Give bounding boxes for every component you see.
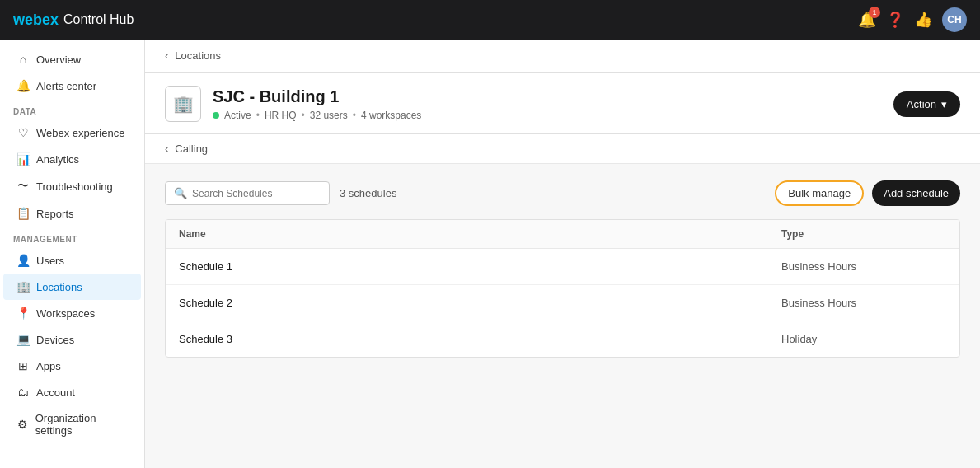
main-layout: ⌂ Overview 🔔 Alerts center DATA ♡ Webex … <box>0 40 980 468</box>
home-icon: ⌂ <box>16 53 30 66</box>
logo-product: Control Hub <box>63 12 134 27</box>
action-button-label: Action <box>907 98 936 110</box>
workspaces-icon: 📍 <box>16 307 30 320</box>
locations-breadcrumb: ‹ Locations <box>145 40 980 73</box>
table-header: Name Type <box>166 220 959 249</box>
bulk-manage-button[interactable]: Bulk manage <box>775 180 864 206</box>
building-workspaces: 4 workspaces <box>361 110 421 121</box>
logo-area: webex Control Hub <box>13 12 134 29</box>
building-name: SJC - Building 1 <box>213 87 421 106</box>
sidebar-label-locations: Locations <box>36 281 82 293</box>
building-meta: Active • HR HQ • 32 users • 4 workspaces <box>213 110 421 121</box>
col-header-name: Name <box>179 228 781 240</box>
sidebar-item-webex-experience[interactable]: ♡ Webex experience <box>3 119 141 146</box>
apps-icon: ⊞ <box>16 359 30 372</box>
action-button[interactable]: Action ▾ <box>893 91 960 117</box>
row-schedule-type: Holiday <box>781 333 946 345</box>
sidebar-item-troubleshooting[interactable]: 〜 Troubleshooting <box>3 172 141 200</box>
schedule-table: Name Type Schedule 1 Business Hours Sche… <box>165 219 960 358</box>
table-row[interactable]: Schedule 2 Business Hours <box>166 285 959 321</box>
sidebar-label-users: Users <box>36 255 64 267</box>
schedule-panel: 🔍 3 schedules Bulk manage Add schedule N… <box>145 164 980 374</box>
top-navigation: webex Control Hub 🔔 1 ❓ 👍 CH <box>0 0 980 40</box>
calling-back-arrow[interactable]: ‹ <box>165 143 168 155</box>
sidebar-label-alerts: Alerts center <box>36 80 96 92</box>
locations-icon: 🏢 <box>16 280 30 293</box>
sidebar-label-account: Account <box>36 386 75 399</box>
sidebar-item-workspaces[interactable]: 📍 Workspaces <box>3 300 141 326</box>
building-header: 🏢 SJC - Building 1 Active • HR HQ • 32 u… <box>145 73 980 134</box>
data-section-label: DATA <box>0 99 144 119</box>
building-department: HR HQ <box>265 110 297 121</box>
table-row[interactable]: Schedule 3 Holiday <box>166 321 959 357</box>
sidebar-item-locations[interactable]: 🏢 Locations <box>3 274 141 300</box>
search-box: 🔍 <box>165 181 330 205</box>
add-schedule-button[interactable]: Add schedule <box>872 180 960 206</box>
sidebar-item-overview[interactable]: ⌂ Overview <box>3 46 141 73</box>
toolbar-right: Bulk manage Add schedule <box>775 180 960 206</box>
sidebar-label-devices: Devices <box>36 334 74 346</box>
calling-breadcrumb: ‹ Calling <box>145 134 980 164</box>
sidebar-item-devices[interactable]: 💻 Devices <box>3 326 141 353</box>
row-schedule-name: Schedule 2 <box>179 297 781 309</box>
table-row[interactable]: Schedule 1 Business Hours <box>166 249 959 285</box>
notification-badge: 1 <box>869 7 880 18</box>
action-chevron-down-icon: ▾ <box>941 98 947 110</box>
management-section-label: MANAGEMENT <box>0 227 144 247</box>
topnav-actions: 🔔 1 ❓ 👍 CH <box>858 7 967 32</box>
building-status: Active <box>224 110 251 121</box>
breadcrumb-locations-label: Locations <box>175 49 221 62</box>
sidebar-label-analytics: Analytics <box>36 153 79 166</box>
search-icon: 🔍 <box>174 187 187 199</box>
breadcrumb-back-arrow[interactable]: ‹ <box>165 49 168 62</box>
devices-icon: 💻 <box>16 333 30 346</box>
sidebar-item-account[interactable]: 🗂 Account <box>3 379 141 405</box>
sidebar-label-troubleshooting: Troubleshooting <box>36 180 113 193</box>
analytics-icon: 📊 <box>16 152 30 166</box>
sidebar: ⌂ Overview 🔔 Alerts center DATA ♡ Webex … <box>0 40 145 468</box>
sidebar-item-apps[interactable]: ⊞ Apps <box>3 353 141 379</box>
calling-label: Calling <box>175 143 208 155</box>
sidebar-item-org-settings[interactable]: ⚙ Organization settings <box>3 405 141 443</box>
row-schedule-name: Schedule 1 <box>179 260 781 273</box>
thumbsup-icon[interactable]: 👍 <box>914 11 932 29</box>
sidebar-item-users[interactable]: 👤 Users <box>3 247 141 274</box>
row-schedule-type: Business Hours <box>781 297 946 309</box>
schedule-count: 3 schedules <box>340 187 396 199</box>
building-details: SJC - Building 1 Active • HR HQ • 32 use… <box>213 87 421 121</box>
bell-icon: 🔔 <box>16 79 30 92</box>
reports-icon: 📋 <box>16 207 30 220</box>
schedule-toolbar: 🔍 3 schedules Bulk manage Add schedule <box>165 180 960 206</box>
col-header-type: Type <box>781 228 946 240</box>
content-area: ‹ Calling 🔍 3 schedules Bulk manage <box>145 134 980 374</box>
row-schedule-type: Business Hours <box>781 260 946 273</box>
sidebar-label-apps: Apps <box>36 360 61 372</box>
help-icon[interactable]: ❓ <box>886 11 904 29</box>
search-input[interactable] <box>192 188 316 199</box>
heart-icon: ♡ <box>16 126 30 139</box>
sidebar-label-webex-experience: Webex experience <box>36 127 124 139</box>
sidebar-item-analytics[interactable]: 📊 Analytics <box>3 146 141 172</box>
settings-icon: ⚙ <box>16 418 29 431</box>
sidebar-item-reports[interactable]: 📋 Reports <box>3 200 141 227</box>
sidebar-label-workspaces: Workspaces <box>36 307 95 320</box>
building-info: 🏢 SJC - Building 1 Active • HR HQ • 32 u… <box>165 86 421 122</box>
sidebar-label-reports: Reports <box>36 208 74 220</box>
active-status-dot <box>213 112 219 119</box>
sidebar-label-overview: Overview <box>36 54 81 66</box>
toolbar-left: 🔍 3 schedules <box>165 181 396 205</box>
logo-webex: webex <box>13 12 59 29</box>
sidebar-label-org-settings: Organization settings <box>35 412 128 437</box>
building-icon: 🏢 <box>165 86 201 122</box>
account-icon: 🗂 <box>16 386 30 399</box>
user-avatar[interactable]: CH <box>942 7 967 32</box>
sidebar-item-alerts-center[interactable]: 🔔 Alerts center <box>3 73 141 99</box>
building-users: 32 users <box>310 110 348 121</box>
app-logo: webex Control Hub <box>13 12 134 29</box>
notification-bell[interactable]: 🔔 1 <box>858 11 876 29</box>
main-content: ‹ Locations 🏢 SJC - Building 1 Active • … <box>145 40 980 468</box>
troubleshoot-icon: 〜 <box>16 179 30 194</box>
users-icon: 👤 <box>16 254 30 267</box>
row-schedule-name: Schedule 3 <box>179 333 781 345</box>
